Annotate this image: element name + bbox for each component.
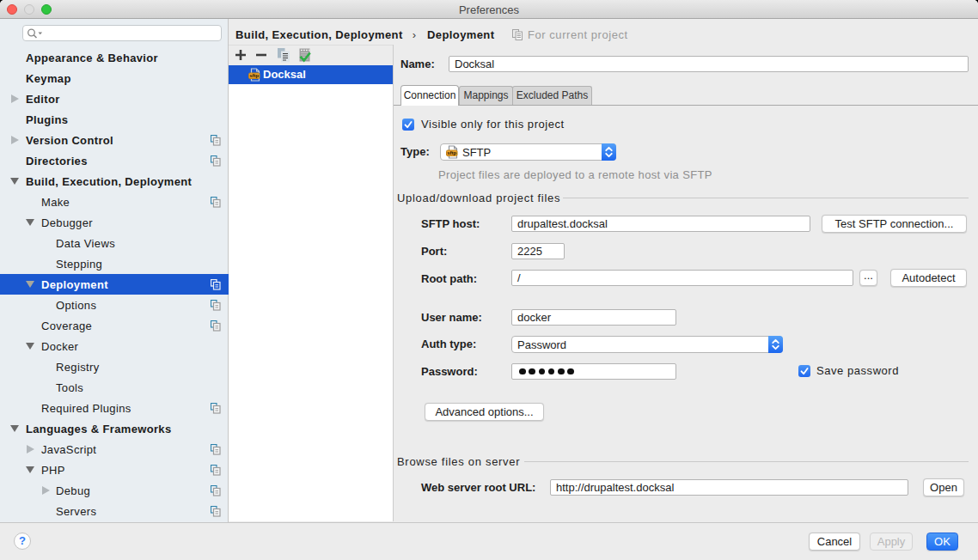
- svg-text:sftp: sftp: [249, 73, 259, 78]
- svg-text:sftp: sftp: [447, 150, 456, 155]
